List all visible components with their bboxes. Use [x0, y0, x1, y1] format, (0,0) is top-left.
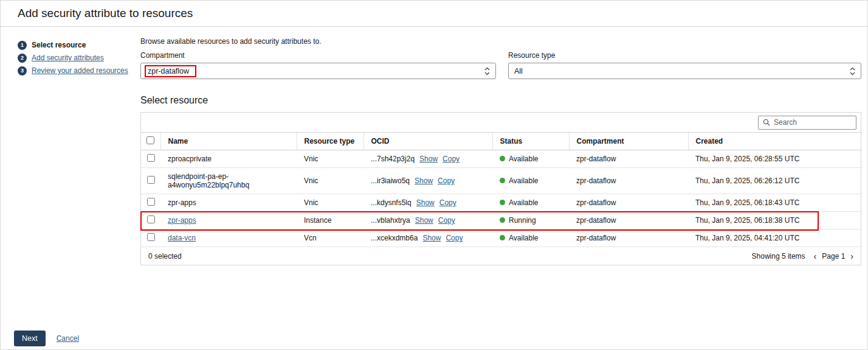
step-number-badge: 1 [18, 41, 27, 50]
row-checkbox[interactable] [147, 233, 155, 241]
step-label[interactable]: Review your added resources [32, 66, 128, 75]
created: Thu, Jan 9, 2025, 04:41:20 UTC [695, 234, 799, 242]
compartment: zpr-dataflow [576, 177, 616, 185]
page-title: Add security attribute to resources [18, 7, 193, 20]
column-header-compartment: Compartment [569, 133, 688, 150]
status-label: Running [509, 216, 536, 225]
table-row: zpr-appsInstance...vblahxtryaShowCopyRun… [141, 212, 862, 229]
compartment-value: zpr-dataflow [145, 65, 196, 77]
table-row: data-vcnVcn...xcekxdmb6aShowCopyAvailabl… [141, 229, 862, 247]
resource-name-link[interactable]: zpr-apps [168, 216, 196, 225]
status-dot [500, 156, 505, 161]
step-label[interactable]: Add security attributes [32, 54, 104, 63]
created: Thu, Jan 9, 2025, 06:18:43 UTC [695, 198, 799, 207]
select-chevrons-icon [484, 67, 490, 75]
compartment-select[interactable]: zpr-dataflow [140, 63, 496, 79]
created: Thu, Jan 9, 2025, 06:28:55 UTC [695, 155, 799, 163]
ocid-copy-link[interactable]: Copy [443, 155, 460, 163]
compartment: zpr-dataflow [576, 155, 616, 163]
resource-type-field: Resource type All [508, 51, 861, 79]
select-all-header-cell [141, 133, 160, 150]
section-title: Select resource [140, 95, 861, 106]
ocid-text: ...xcekxdmb6a [371, 234, 418, 242]
resource-type-label: Resource type [508, 51, 861, 60]
row-checkbox[interactable] [147, 154, 155, 162]
compartment-label: Compartment [140, 51, 496, 60]
resource-table: NameResource typeOCIDStatusCompartmentCr… [141, 132, 862, 247]
ocid-text: ...kdysnfs5lq [371, 198, 412, 207]
ocid-show-link[interactable]: Show [422, 234, 441, 242]
resource-name: zpr-apps [168, 198, 196, 207]
created: Thu, Jan 9, 2025, 06:18:38 UTC [695, 216, 799, 225]
ocid-text: ...7sh42p3j2q [371, 155, 415, 163]
ocid-copy-link[interactable]: Copy [439, 198, 456, 207]
select-chevrons-icon [850, 67, 855, 75]
compartment: zpr-dataflow [576, 198, 616, 207]
table-header-row: NameResource typeOCIDStatusCompartmentCr… [141, 133, 862, 150]
add-security-attribute-page: Add security attribute to resources 1 Se… [0, 0, 868, 350]
page-next-icon[interactable]: › [850, 252, 853, 261]
resource-name: sqlendpoint-pa-ep-a4wonyu5m22blpq7uhbq [168, 172, 249, 189]
stepper-step-select-resource: 1 Select resource [18, 41, 136, 50]
page-indicator: Page 1 [822, 252, 845, 261]
row-checkbox[interactable] [147, 176, 155, 184]
ocid-show-link[interactable]: Show [415, 216, 433, 225]
ocid-show-link[interactable]: Show [416, 198, 435, 207]
table-toolbar [141, 113, 861, 132]
ocid-copy-link[interactable]: Copy [446, 234, 463, 242]
row-checkbox[interactable] [147, 215, 155, 223]
main-content: Browse available resources to add securi… [140, 37, 861, 265]
page-header: Add security attribute to resources [1, 1, 867, 27]
ocid-copy-link[interactable]: Copy [438, 216, 455, 225]
compartment: zpr-dataflow [576, 234, 616, 242]
search-icon [763, 119, 770, 126]
wizard-stepper: 1 Select resource 2 Add security attribu… [18, 41, 136, 75]
table-footer: 0 selected Showing 5 items ‹ Page 1 › [141, 247, 861, 265]
wizard-actions: Next Cancel [14, 331, 79, 346]
step-number-badge: 2 [18, 54, 27, 63]
status-label: Available [509, 155, 538, 163]
cancel-link[interactable]: Cancel [57, 334, 79, 343]
resource-name: zproacprivate [168, 155, 212, 163]
row-checkbox[interactable] [147, 198, 155, 206]
ocid-show-link[interactable]: Show [415, 177, 433, 185]
column-header-name: Name [160, 133, 297, 150]
resource-type: Vnic [304, 177, 318, 185]
table-row: zproacprivateVnic...7sh42p3j2qShowCopyAv… [141, 150, 862, 168]
resource-type-select[interactable]: All [508, 63, 861, 79]
stepper-step-add-security-attributes[interactable]: 2 Add security attributes [18, 54, 136, 63]
column-header-created: Created [688, 133, 862, 150]
ocid-text: ...vblahxtrya [371, 216, 410, 225]
ocid-copy-link[interactable]: Copy [438, 177, 455, 185]
resource-type: Vnic [304, 198, 318, 207]
ocid-text: ...ir3iaiwo5q [371, 177, 410, 185]
search-box[interactable] [758, 116, 856, 130]
resource-type: Instance [304, 216, 331, 225]
step-label: Select resource [32, 41, 86, 50]
resource-type: Vcn [304, 234, 317, 242]
resource-type: Vnic [304, 155, 318, 163]
intro-text: Browse available resources to add securi… [140, 37, 861, 46]
showing-items-text: Showing 5 items [752, 252, 805, 261]
status-label: Available [509, 198, 538, 207]
status-dot [500, 200, 505, 205]
table-row: zpr-appsVnic...kdysnfs5lqShowCopyAvailab… [141, 194, 862, 212]
status-label: Available [509, 234, 538, 242]
status-dot [500, 217, 505, 223]
column-header-resource-type: Resource type [297, 133, 363, 150]
table-panel: NameResource typeOCIDStatusCompartmentCr… [140, 112, 861, 265]
search-input[interactable] [774, 118, 852, 127]
status-dot [500, 235, 505, 240]
next-button[interactable]: Next [14, 331, 46, 346]
created: Thu, Jan 9, 2025, 06:26:12 UTC [695, 177, 799, 185]
page-prev-icon[interactable]: ‹ [814, 252, 817, 261]
resource-type-value: All [514, 67, 523, 75]
ocid-show-link[interactable]: Show [419, 155, 438, 163]
select-all-checkbox[interactable] [146, 136, 154, 144]
step-number-badge: 3 [18, 66, 27, 75]
pagination: Showing 5 items ‹ Page 1 › [752, 252, 853, 261]
resource-name-link[interactable]: data-vcn [168, 234, 196, 242]
filters-row: Compartment zpr-dataflow Resource type A… [140, 51, 861, 79]
column-header-ocid: OCID [363, 133, 492, 150]
stepper-step-review-added-resources[interactable]: 3 Review your added resources [18, 66, 136, 75]
